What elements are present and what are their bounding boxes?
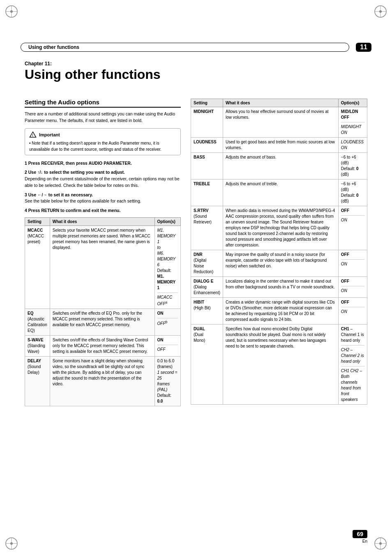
table-row: TREBLE Adjusts the amount of treble. −6 …	[191, 180, 367, 206]
setting-name: DELAY(SoundDelay)	[25, 357, 50, 406]
setting-option: ON OFFb	[154, 309, 181, 336]
step-3: 3 Use ←/→ to set it as necessary. See th…	[25, 192, 181, 205]
setting-desc: Switches on/off the effects of Standing …	[50, 336, 154, 357]
setting-name: BASS	[191, 153, 223, 180]
setting-desc: Some monitors have a slight delay when s…	[50, 357, 154, 406]
setting-desc: Used to get good bass and treble from mu…	[223, 138, 339, 153]
setting-name: TREBLE	[191, 180, 223, 206]
setting-desc: Localizes dialog in the center channel t…	[223, 277, 339, 298]
warning-icon: !	[29, 131, 37, 138]
important-box: ! Important • Note that if a setting doe…	[25, 128, 181, 155]
step-4: 4 Press RETURN to confirm and exit the m…	[25, 207, 181, 214]
setting-desc: When audio data is removed during the WM…	[223, 206, 339, 250]
setting-option: −6 to +6 (dB)Default: 0 (dB)	[338, 180, 367, 206]
right-table-header-options: Option(s)	[338, 99, 367, 107]
important-item: • Note that if a setting doesn't appear …	[29, 140, 176, 152]
setting-desc: Adjusts the amount of bass.	[223, 153, 339, 180]
page-number: 69	[353, 530, 367, 538]
right-table-header-whatitdoes: What it does	[223, 99, 339, 107]
setting-name: MIDNIGHT	[191, 107, 223, 138]
setting-option: 0.0 to 6.0(frames) 1 second = 25frames (…	[154, 357, 181, 406]
chapter-title: Using other functions	[25, 67, 367, 82]
setting-name: DIALOG E(DialogEnhancement)	[191, 277, 223, 298]
setting-desc: Allows you to hear effective surround so…	[223, 107, 339, 138]
setting-option: ON OFF	[154, 336, 181, 357]
table-row: MCACC(MCACCpreset) Selects your favorite…	[25, 226, 181, 309]
table-row: LOUDNESS Used to get good bass and trebl…	[191, 138, 367, 153]
important-title: ! Important	[29, 131, 176, 138]
footer: 69 En	[353, 530, 367, 543]
section-title: Setting the Audio options	[25, 99, 181, 108]
table-row: DNR(DigitalNoiseReduction) May improve t…	[191, 250, 367, 277]
setting-option: CH1 –Channel 1 isheard only CH2 –Channel…	[338, 325, 367, 405]
table-row: S.RTRV(SoundRetriever) When audio data i…	[191, 206, 367, 250]
setting-option: OFF ON	[338, 250, 367, 277]
setting-name: DUAL(DualMono)	[191, 325, 223, 405]
chapter-heading: Chapter 11: Using other functions	[25, 61, 367, 82]
left-table-header-options: Option(s)	[154, 217, 181, 226]
corner-decoration-tr	[372, 3, 389, 20]
table-row: DIALOG E(DialogEnhancement) Localizes di…	[191, 277, 367, 298]
setting-name: DNR(DigitalNoiseReduction)	[191, 250, 223, 277]
table-row: HIBIT(High Bit) Creates a wider dynamic …	[191, 298, 367, 325]
corner-decoration-tl	[3, 3, 20, 20]
setting-desc: Selects your favorite MCACC preset memor…	[50, 226, 154, 309]
footer-lang: En	[362, 539, 367, 543]
setting-option: M1. MEMORY 1 to M6. MEMORY 6 Default: M1…	[154, 226, 181, 309]
setting-name: EQ(AcousticCalibrationEQ)	[25, 309, 50, 336]
corner-decoration-br	[372, 535, 389, 552]
setting-name: LOUDNESS	[191, 138, 223, 153]
corner-decoration-bl	[3, 535, 20, 552]
right-settings-table: Setting What it does Option(s) MIDNIGHT …	[191, 99, 367, 405]
setting-option: OFF ON	[338, 206, 367, 250]
setting-option: MID/LDN OFF MIDNIGHT ON	[338, 107, 367, 138]
table-row: EQ(AcousticCalibrationEQ) Switches on/of…	[25, 309, 181, 336]
setting-desc: Specifies how dual mono encoded Dolby Di…	[223, 325, 339, 405]
table-row: S-WAVE(StandingWave) Switches on/off the…	[25, 336, 181, 357]
setting-name: S-WAVE(StandingWave)	[25, 336, 50, 357]
left-column: Setting the Audio options There are a nu…	[25, 99, 181, 530]
table-row: BASS Adjusts the amount of bass. −6 to +…	[191, 153, 367, 180]
setting-option: OFF ON	[338, 298, 367, 325]
header-bar: Using other functions 11	[21, 41, 371, 53]
setting-name: MCACC(MCACCpreset)	[25, 226, 50, 309]
setting-desc: Adjusts the amount of treble.	[223, 180, 339, 206]
step-2: 2 Use ↑/↓ to select the setting you want…	[25, 169, 181, 189]
svg-text:!: !	[32, 134, 33, 137]
left-table-header-setting: Setting	[25, 217, 50, 226]
setting-option: OFF ON	[338, 277, 367, 298]
intro-text: There are a number of additional sound s…	[25, 111, 181, 124]
chapter-number-badge: 11	[356, 43, 371, 52]
left-settings-table: Setting What it does Option(s) MCACC(MCA…	[25, 217, 181, 406]
setting-name: HIBIT(High Bit)	[191, 298, 223, 325]
setting-option: LOUDNESS ON	[338, 138, 367, 153]
right-column: Setting What it does Option(s) MIDNIGHT …	[191, 99, 367, 530]
chapter-label: Chapter 11:	[25, 61, 367, 67]
table-row: DUAL(DualMono) Specifies how dual mono e…	[191, 325, 367, 405]
setting-name: S.RTRV(SoundRetriever)	[191, 206, 223, 250]
setting-desc: Creates a wider dynamic range with digit…	[223, 298, 339, 325]
main-content: Setting the Audio options There are a nu…	[25, 99, 367, 530]
step-1: 1 Press RECEIVER, then press AUDIO PARAM…	[25, 160, 181, 167]
table-row: MIDNIGHT Allows you to hear effective su…	[191, 107, 367, 138]
setting-desc: May improve the quality of sound in a no…	[223, 250, 339, 277]
table-row: DELAY(SoundDelay) Some monitors have a s…	[25, 357, 181, 406]
setting-desc: Switches on/off the effects of EQ Pro. o…	[50, 309, 154, 336]
right-table-header-setting: Setting	[191, 99, 223, 107]
header-title: Using other functions	[21, 43, 349, 52]
setting-option: −6 to +6 (dB)Default: 0 (dB)	[338, 153, 367, 180]
left-table-header-whatitdoes: What it does	[50, 217, 154, 226]
